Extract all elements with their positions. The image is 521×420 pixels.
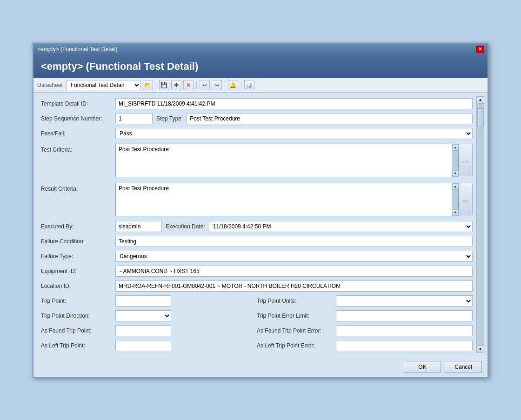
equipment-id-field [115, 266, 473, 277]
template-detail-id-row: Template Detail ID: [37, 96, 476, 111]
trip-point-direction-row: Trip Point Direction: Trip Point Error L… [37, 308, 476, 323]
trip-point-left: Trip Point: [41, 295, 257, 307]
location-id-field [115, 280, 473, 292]
result-criteria-label: Result Criteria: [41, 183, 115, 192]
failure-type-label: Failure Type: [41, 253, 115, 260]
pass-fail-select[interactable]: Pass Fail N/A [115, 128, 473, 139]
trip-point-error-limit-label: Trip Point Error Limit: [257, 313, 336, 319]
scroll-up-button[interactable]: ▲ [477, 96, 484, 104]
cancel-button[interactable]: Cancel [445, 361, 482, 373]
failure-type-select[interactable]: Dangerous Safe Unknown [115, 251, 473, 262]
location-id-row: Location ID: [37, 279, 476, 293]
as-left-trip-left: As Left Trip Point: [41, 340, 257, 351]
trip-point-error-limit-input[interactable] [336, 310, 473, 321]
location-id-label: Location ID: [41, 283, 115, 289]
equipment-id-row: Equipment ID: [37, 264, 476, 279]
as-left-trip-point-error-input[interactable] [336, 340, 473, 351]
test-criteria-scroll-track [453, 151, 458, 170]
step-type-input[interactable] [187, 113, 473, 124]
as-left-trip-point-input[interactable] [115, 340, 171, 351]
result-criteria-inner: Post Test Procedure ▲ ▼ [116, 183, 458, 216]
as-found-trip-point-error-input[interactable] [336, 325, 473, 336]
datasheet-select[interactable]: Functional Test Detail [67, 80, 141, 90]
trip-point-direction-label: Trip Point Direction: [41, 313, 115, 319]
ok-button[interactable]: OK [404, 361, 441, 373]
separator-1 [156, 81, 156, 89]
main-window: <empty> (Functional Test Detail) ✕ <empt… [33, 43, 488, 378]
step-seq-row: Step Sequence Number: Step Type: [37, 111, 476, 126]
failure-condition-field [115, 236, 473, 247]
as-found-trip-point-error-label: As Found Trip Point Error: [257, 327, 336, 334]
template-detail-id-input[interactable] [115, 98, 473, 109]
as-found-trip-left: As Found Trip Point: [41, 325, 257, 336]
title-bar: <empty> (Functional Test Detail) ✕ [33, 44, 488, 55]
result-criteria-scroll-down[interactable]: ▼ [452, 209, 459, 216]
failure-condition-row: Failure Condition: [37, 234, 476, 249]
trip-point-input[interactable] [115, 295, 171, 307]
result-criteria-ellipsis-button[interactable]: ... [459, 183, 473, 215]
result-criteria-input[interactable]: Post Test Procedure [116, 183, 452, 216]
as-left-trip-row: As Left Trip Point: As Left Trip Point E… [37, 338, 476, 353]
test-criteria-row: Test Criteria: Post Test Procedure ▲ ▼ .… [37, 141, 476, 180]
step-seq-input[interactable] [115, 113, 153, 124]
test-criteria-input[interactable]: Post Test Procedure [116, 144, 452, 177]
undo-button[interactable]: ↩ [200, 80, 210, 90]
redo-button[interactable]: ↪ [212, 80, 222, 90]
test-criteria-ellipsis-button[interactable]: ... [459, 144, 473, 176]
trip-direction-left: Trip Point Direction: [41, 310, 257, 321]
step-seq-label: Step Sequence Number: [41, 115, 115, 122]
template-detail-id-field [115, 98, 473, 109]
result-criteria-scroll-up[interactable]: ▲ [452, 183, 459, 190]
executed-by-input[interactable] [115, 221, 162, 232]
trip-point-direction-select[interactable] [115, 310, 171, 321]
as-left-trip-point-error-label: As Left Trip Point Error: [257, 342, 336, 349]
pass-fail-row: Pass/Fail: Pass Fail N/A [37, 126, 476, 141]
as-found-trip-error-group: As Found Trip Point Error: [257, 325, 473, 336]
scroll-track [477, 104, 484, 346]
pass-fail-field: Pass Fail N/A [115, 128, 473, 139]
content-area: Template Detail ID: Step Sequence Number… [33, 93, 488, 357]
trip-point-row: Trip Point: Trip Point Units: [37, 293, 476, 308]
result-criteria-container: Post Test Procedure ▲ ▼ [115, 183, 459, 216]
trip-point-units-group: Trip Point Units: [257, 295, 473, 307]
scroll-down-button[interactable]: ▼ [477, 346, 484, 353]
result-criteria-row: Result Criteria: Post Test Procedure ▲ ▼… [37, 180, 476, 219]
toolbar: Datasheet Functional Test Detail 📂 💾 ✚ ✕… [33, 78, 488, 93]
failure-condition-input[interactable] [115, 236, 473, 247]
separator-3 [225, 81, 225, 89]
executed-by-group: Execution Date: 11/18/2009 4:42:50 PM [115, 221, 473, 232]
equipment-id-input[interactable] [115, 266, 473, 277]
add-button[interactable]: ✚ [171, 80, 181, 90]
refresh-button[interactable]: 🔔 [228, 80, 238, 90]
folder-button[interactable]: 📂 [143, 80, 153, 90]
delete-button[interactable]: ✕ [183, 80, 194, 90]
trip-error-limit-group: Trip Point Error Limit: [257, 310, 473, 321]
executed-by-label: Executed By: [41, 223, 115, 230]
template-detail-id-label: Template Detail ID: [41, 100, 115, 107]
result-criteria-scroll-track [453, 190, 458, 209]
test-criteria-label: Test Criteria: [41, 144, 115, 153]
failure-type-row: Failure Type: Dangerous Safe Unknown [37, 249, 476, 264]
test-criteria-scroll-down[interactable]: ▼ [452, 170, 459, 177]
datasheet-label: Datasheet [37, 82, 63, 88]
extra-button[interactable]: 📊 [244, 80, 254, 90]
trip-point-units-label: Trip Point Units: [257, 298, 336, 304]
test-criteria-scroll-up[interactable]: ▲ [452, 144, 459, 151]
failure-type-field: Dangerous Safe Unknown [115, 251, 473, 262]
scroll-thumb[interactable] [477, 108, 484, 127]
result-criteria-scrollbar: ▲ ▼ [452, 183, 458, 216]
location-id-input[interactable] [115, 280, 473, 292]
equipment-id-label: Equipment ID: [41, 268, 115, 274]
step-type-label: Step Type: [156, 115, 183, 122]
failure-condition-label: Failure Condition: [41, 238, 115, 245]
bottom-bar: OK Cancel [33, 357, 488, 377]
save-button[interactable]: 💾 [159, 80, 169, 90]
close-button[interactable]: ✕ [476, 46, 484, 53]
trip-point-units-select[interactable] [336, 295, 473, 307]
main-scrollbar: ▲ ▼ [476, 96, 484, 353]
step-seq-group: Step Type: [115, 113, 473, 124]
as-found-trip-point-input[interactable] [115, 325, 171, 336]
executed-by-row: Executed By: Execution Date: 11/18/2009 … [37, 219, 476, 234]
execution-date-select[interactable]: 11/18/2009 4:42:50 PM [209, 221, 473, 232]
test-criteria-inner: Post Test Procedure ▲ ▼ [116, 144, 458, 177]
